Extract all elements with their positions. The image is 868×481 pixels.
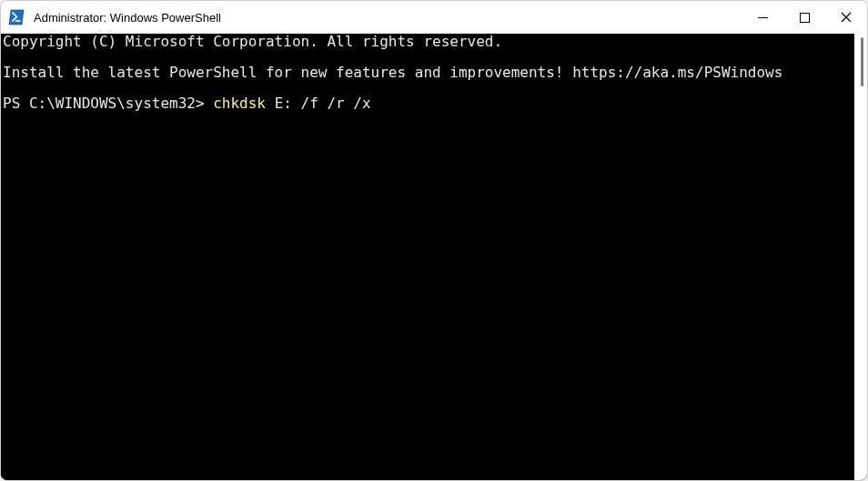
maximize-button[interactable] [783,1,825,34]
minimize-icon [758,13,768,23]
titlebar[interactable]: Administrator: Windows PowerShell [1,1,867,34]
svg-rect-0 [800,13,809,22]
terminal-command-args: E: /f /r /x [275,95,371,112]
terminal[interactable]: Copyright (C) Microsoft Corporation. All… [1,34,854,480]
maximize-icon [800,13,810,23]
window-controls [742,1,867,34]
scrollbar[interactable] [854,34,867,480]
window-title: Administrator: Windows PowerShell [34,11,742,25]
close-icon [841,12,852,23]
terminal-area: Copyright (C) Microsoft Corporation. All… [1,34,867,480]
scrollbar-thumb[interactable] [861,37,863,86]
terminal-line-copyright: Copyright (C) Microsoft Corporation. All… [3,34,502,50]
powershell-icon [8,9,25,25]
terminal-prompt: PS C:\WINDOWS\system32> [3,95,205,112]
terminal-line-install: Install the latest PowerShell for new fe… [3,64,782,81]
minimize-button[interactable] [742,1,783,34]
powershell-window: Administrator: Windows PowerShell Copyri… [0,0,868,481]
close-button[interactable] [825,1,867,34]
terminal-command-name: chkdsk [213,95,266,112]
